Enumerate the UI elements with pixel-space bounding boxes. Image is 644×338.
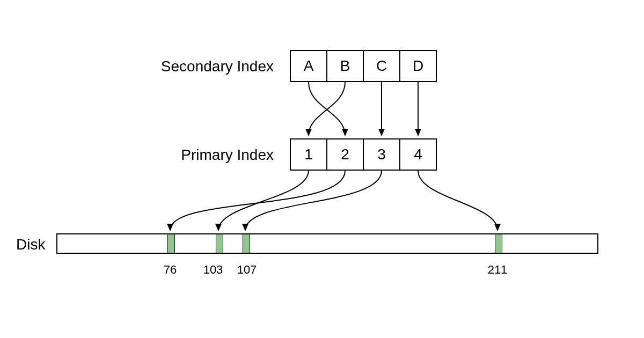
secondary-index-row: A B C D	[290, 50, 437, 82]
arrow-b-to-1	[309, 82, 345, 135]
disk-label: Disk	[16, 236, 48, 253]
arrow-3-to-107	[245, 171, 382, 230]
disk-position-211: 211	[488, 263, 508, 277]
disk-block-107	[243, 234, 250, 253]
primary-index-row: 1 2 3 4	[290, 138, 437, 171]
disk-bar	[56, 233, 598, 254]
disk-position-76: 76	[164, 263, 177, 277]
arrow-1-to-103	[218, 171, 309, 230]
primary-cell-3: 3	[363, 138, 400, 171]
secondary-cell-d: D	[399, 50, 437, 82]
arrow-a-to-2	[309, 82, 345, 135]
secondary-cell-b: B	[326, 50, 364, 82]
primary-cell-1: 1	[290, 138, 327, 171]
primary-cell-4: 4	[399, 138, 437, 171]
disk-block-211	[495, 234, 502, 253]
disk-block-76	[167, 234, 175, 253]
disk-position-107: 107	[237, 263, 257, 277]
disk-position-103: 103	[203, 263, 223, 277]
secondary-cell-a: A	[290, 50, 327, 82]
arrow-4-to-211	[418, 171, 497, 230]
disk-block-103	[216, 234, 223, 253]
secondary-index-label: Secondary Index	[134, 58, 274, 75]
primary-index-label: Primary Index	[134, 146, 274, 164]
diagram-stage: Secondary Index A B C D Primary Index 1 …	[0, 0, 644, 338]
arrow-2-to-76	[170, 171, 345, 230]
secondary-cell-c: C	[363, 50, 400, 82]
primary-cell-2: 2	[326, 138, 364, 171]
